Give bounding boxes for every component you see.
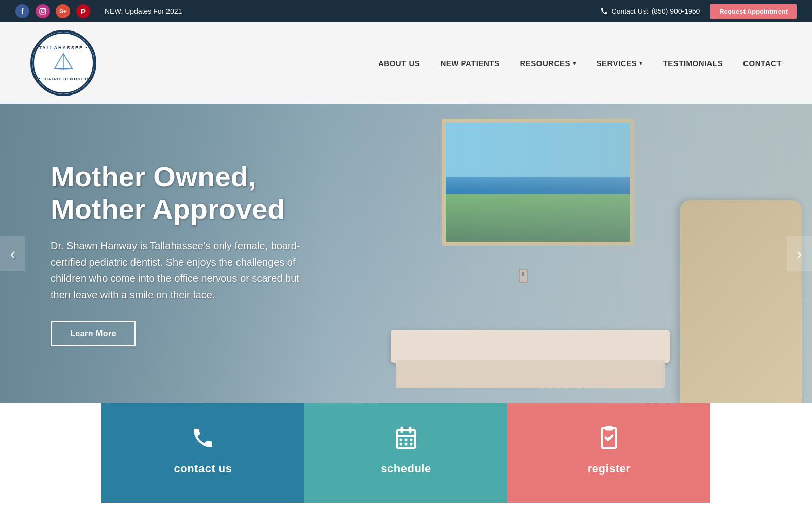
hero-table-front: [396, 360, 665, 388]
pinterest-icon[interactable]: P: [76, 4, 90, 18]
hero-description: Dr. Shawn Hanway is Tallahassee's only f…: [51, 238, 315, 303]
nav-about-us[interactable]: ABOUT US: [378, 59, 420, 68]
svg-point-15: [410, 442, 412, 445]
logo[interactable]: tallahassee • pediatric dentistry: [30, 30, 96, 96]
register-card-icon: [597, 426, 621, 455]
bottom-cards: contact us schedule: [101, 398, 710, 503]
resources-dropdown-arrow: ▾: [573, 60, 577, 67]
nav-contact[interactable]: CONTACT: [743, 59, 782, 68]
contact-card-label: contact us: [174, 462, 232, 475]
svg-point-10: [399, 438, 402, 441]
svg-point-11: [404, 438, 407, 441]
top-bar: f G+ P NEW: Updates For 2021 Contact Us:…: [0, 0, 812, 22]
contact-card[interactable]: contact us: [101, 398, 304, 503]
schedule-card-icon: [394, 426, 418, 455]
register-card[interactable]: register: [507, 398, 710, 503]
hero-dental-chair: [680, 200, 802, 403]
header: tallahassee • pediatric dentistry ABOUT …: [0, 22, 812, 104]
facebook-icon[interactable]: f: [15, 4, 29, 18]
hero-title: Mother Owned,Mother Approved: [51, 161, 315, 226]
main-nav: ABOUT US NEW PATIENTS RESOURCES ▾ SERVIC…: [378, 59, 782, 68]
news-text: NEW: Updates For 2021: [105, 7, 182, 15]
carousel-next-button[interactable]: ›: [787, 236, 812, 271]
phone-icon: [600, 7, 608, 15]
svg-point-1: [41, 10, 44, 13]
phone-number: (850) 900-1950: [652, 7, 700, 15]
services-dropdown-arrow: ▾: [639, 60, 643, 67]
nav-services[interactable]: SERVICES ▾: [597, 59, 643, 68]
register-card-label: register: [588, 462, 631, 475]
svg-rect-0: [40, 8, 46, 14]
learn-more-button[interactable]: Learn More: [51, 321, 136, 346]
svg-point-2: [44, 9, 45, 10]
schedule-card-label: schedule: [381, 462, 431, 475]
instagram-icon[interactable]: [36, 4, 50, 18]
contact-card-icon: [191, 426, 215, 455]
top-bar-left: f G+ P NEW: Updates For 2021: [15, 4, 182, 18]
contact-label: Contact Us:: [612, 7, 649, 15]
nav-resources[interactable]: RESOURCES ▾: [520, 59, 576, 68]
logo-circle: tallahassee • pediatric dentistry: [30, 30, 96, 96]
svg-point-13: [399, 442, 402, 445]
contact-phone: Contact Us: (850) 900-1950: [600, 7, 700, 15]
hero-section: ‹ › Mother Owned,Mother Approved Dr. Sha…: [0, 104, 812, 403]
hero-exam-table: [391, 330, 670, 363]
svg-point-12: [410, 438, 412, 441]
schedule-card[interactable]: schedule: [304, 398, 507, 503]
nav-testimonials[interactable]: TESTIMONIALS: [663, 59, 723, 68]
hero-content: Mother Owned,Mother Approved Dr. Shawn H…: [51, 161, 315, 347]
top-bar-right: Contact Us: (850) 900-1950 Request Appoi…: [600, 4, 797, 19]
nav-new-patients[interactable]: NEW PATIENTS: [440, 59, 499, 68]
carousel-prev-button[interactable]: ‹: [0, 236, 25, 271]
google-plus-icon[interactable]: G+: [56, 4, 70, 18]
hero-wall-outlet: [519, 269, 528, 283]
request-appointment-button[interactable]: Request Appointment: [710, 4, 797, 19]
svg-point-14: [404, 442, 407, 445]
